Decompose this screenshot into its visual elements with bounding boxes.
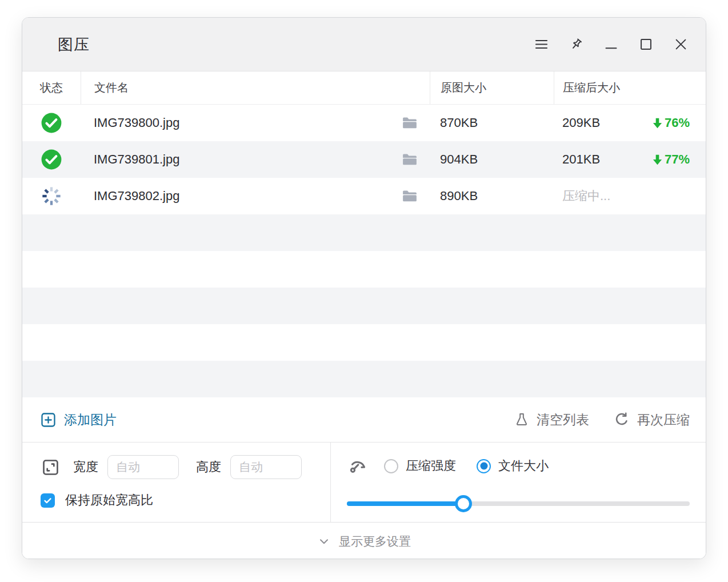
chevron-down-icon <box>317 535 331 548</box>
saving-percent: 76% <box>665 115 690 130</box>
original-size-text: 904KB <box>430 152 554 167</box>
gauge-icon <box>347 456 368 477</box>
column-header-filename: 文件名 <box>81 71 430 104</box>
radio-label-strength: 压缩强度 <box>406 457 456 475</box>
status-cell <box>22 185 81 208</box>
compression-settings: 压缩强度 文件大小 <box>331 443 706 522</box>
filename-text: IMG739800.jpg <box>94 115 179 130</box>
status-cell <box>22 112 81 134</box>
table-body: IMG739800.jpg 870KB 209KB 76% <box>22 105 706 397</box>
recompress-label: 再次压缩 <box>637 411 690 429</box>
add-images-button[interactable]: 添加图片 <box>39 411 117 429</box>
height-label: 高度 <box>196 459 221 476</box>
column-header-compressed-size: 压缩后大小 <box>554 71 706 104</box>
dimension-settings: 宽度 高度 保持原始宽高比 <box>22 443 331 522</box>
clear-list-button[interactable]: 清空列表 <box>514 411 589 429</box>
saving-badge: 76% <box>651 115 706 130</box>
show-more-label: 显示更多设置 <box>339 533 411 549</box>
original-size-text: 870KB <box>430 115 554 130</box>
toolbar: 添加图片 清空列表 再次压缩 <box>22 397 706 442</box>
recompress-button[interactable]: 再次压缩 <box>613 411 690 429</box>
add-plus-icon <box>39 411 57 429</box>
show-more-settings[interactable]: 显示更多设置 <box>22 522 706 559</box>
saving-percent: 77% <box>665 152 690 167</box>
column-header-original-size: 原图大小 <box>430 71 554 104</box>
folder-icon[interactable] <box>401 151 418 168</box>
filename-cell: IMG739800.jpg <box>81 114 430 131</box>
minimize-icon[interactable] <box>603 37 619 52</box>
pin-icon[interactable] <box>569 37 584 52</box>
clear-list-label: 清空列表 <box>537 411 589 429</box>
table-row[interactable]: IMG739801.jpg 904KB 201KB 77% <box>22 141 706 178</box>
app-title: 图压 <box>58 34 90 55</box>
empty-row <box>22 361 706 397</box>
original-size-text: 890KB <box>430 189 554 204</box>
folder-icon[interactable] <box>401 188 418 205</box>
width-label: 宽度 <box>73 459 98 476</box>
success-check-icon <box>41 149 62 170</box>
window-controls <box>534 37 689 52</box>
empty-row <box>22 288 706 324</box>
status-cell <box>22 149 81 170</box>
mode-row: 压缩强度 文件大小 <box>347 454 690 478</box>
resize-icon <box>41 457 61 477</box>
radio-label-file-size: 文件大小 <box>498 457 549 475</box>
size-slider[interactable] <box>347 495 690 512</box>
settings-panel: 宽度 高度 保持原始宽高比 <box>22 442 706 522</box>
toolbar-right: 清空列表 再次压缩 <box>514 411 690 429</box>
keep-ratio-row: 保持原始宽高比 <box>41 492 330 509</box>
add-images-label: 添加图片 <box>64 411 117 429</box>
close-icon[interactable] <box>673 37 689 52</box>
width-input[interactable] <box>107 455 179 479</box>
app-window: 图压 状态 文件名 原图大小 压缩后大小 <box>22 17 706 559</box>
down-arrow-icon <box>651 117 663 129</box>
spinner-icon <box>40 185 63 208</box>
down-arrow-icon <box>651 154 663 166</box>
table-header: 状态 文件名 原图大小 压缩后大小 <box>22 71 706 105</box>
filename-cell: IMG739801.jpg <box>81 151 430 168</box>
saving-badge: 77% <box>651 152 706 167</box>
column-header-status: 状态 <box>22 71 81 104</box>
table-row[interactable]: IMG739802.jpg 890KB 压缩中... <box>22 178 706 214</box>
table-row[interactable]: IMG739800.jpg 870KB 209KB 76% <box>22 105 706 141</box>
radio-compression-strength[interactable] <box>384 459 398 473</box>
compressed-size-cell: 209KB 76% <box>554 115 706 130</box>
empty-row <box>22 214 706 251</box>
compressed-size-cell: 201KB 77% <box>554 152 706 167</box>
empty-row <box>22 251 706 288</box>
keep-ratio-checkbox[interactable] <box>41 493 55 508</box>
slider-fill <box>347 501 463 506</box>
menu-icon[interactable] <box>534 37 549 52</box>
compressed-size-text: 201KB <box>562 152 600 167</box>
success-check-icon <box>41 112 62 134</box>
keep-ratio-label: 保持原始宽高比 <box>65 492 153 509</box>
compressed-size-text: 209KB <box>562 115 600 130</box>
slider-thumb[interactable] <box>455 495 472 512</box>
titlebar: 图压 <box>22 18 706 71</box>
filename-text: IMG739801.jpg <box>94 152 179 167</box>
folder-icon[interactable] <box>401 114 418 131</box>
filename-text: IMG739802.jpg <box>94 189 179 204</box>
compressed-size-text: 压缩中... <box>562 188 610 205</box>
filename-cell: IMG739802.jpg <box>81 188 430 205</box>
height-input[interactable] <box>230 455 302 479</box>
refresh-icon <box>613 411 630 428</box>
clear-flask-icon <box>514 412 530 428</box>
radio-file-size[interactable] <box>477 459 491 473</box>
maximize-icon[interactable] <box>638 37 654 52</box>
dimension-row: 宽度 高度 <box>41 455 330 479</box>
compressed-size-cell: 压缩中... <box>554 188 706 205</box>
empty-row <box>22 324 706 361</box>
